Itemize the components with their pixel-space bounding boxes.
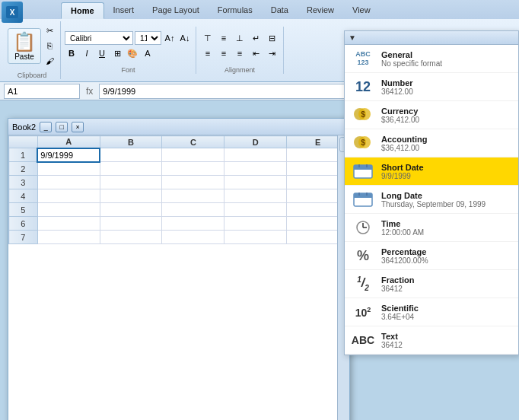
cell-A4[interactable]: [37, 189, 100, 203]
format-sample-currency: $36,412.00: [381, 116, 512, 124]
border-button[interactable]: ⊞: [110, 46, 124, 60]
format-item-time[interactable]: Time 12:00:00 AM: [345, 214, 518, 242]
wrap-text-button[interactable]: ↵: [248, 31, 263, 45]
align-top-button[interactable]: ⊤: [200, 31, 215, 45]
format-name-percentage: Percentage: [381, 247, 512, 256]
cell-B7[interactable]: [100, 231, 162, 244]
underline-button[interactable]: U: [95, 46, 109, 60]
format-item-text[interactable]: ABC Text 36412: [345, 326, 518, 355]
italic-button[interactable]: I: [80, 46, 94, 60]
cell-C5[interactable]: [162, 203, 224, 217]
row-number-5: 5: [9, 203, 38, 217]
name-box[interactable]: A1: [4, 84, 80, 99]
font-color-button[interactable]: A: [141, 46, 154, 60]
restore-button[interactable]: □: [56, 122, 68, 132]
increase-font-button[interactable]: A↑: [163, 31, 177, 45]
cell-D1[interactable]: [224, 148, 287, 162]
tab-data[interactable]: Data: [262, 2, 298, 19]
format-item-accounting[interactable]: $ Accounting $36,412.00: [345, 129, 518, 158]
cell-D2[interactable]: [224, 162, 287, 176]
align-bottom-button[interactable]: ⊥: [232, 31, 247, 45]
format-painter-button[interactable]: 🖌: [43, 54, 56, 68]
window-titlebar: Book2 _ □ ×: [8, 119, 349, 135]
format-item-short_date[interactable]: Short Date 9/9/1999: [345, 158, 518, 186]
cell-D3[interactable]: [224, 176, 287, 189]
format-item-percentage[interactable]: % Percentage 3641200.00%: [345, 242, 518, 270]
col-header-d[interactable]: D: [224, 136, 287, 148]
tab-home[interactable]: Home: [61, 2, 104, 19]
tab-page-layout[interactable]: Page Layout: [143, 2, 209, 19]
font-name-select[interactable]: Calibri: [65, 31, 133, 45]
format-name-accounting: Accounting: [381, 135, 512, 144]
cell-C7[interactable]: [162, 231, 224, 244]
cell-B3[interactable]: [100, 176, 162, 189]
font-size-select[interactable]: 11: [135, 31, 161, 45]
cell-B4[interactable]: [100, 189, 162, 203]
cell-C1[interactable]: [162, 148, 224, 162]
alignment-group: ⊤ ≡ ⊥ ↵ ⊟ ≡ ≡ ≡ ⇤ ⇥ Alignment: [196, 27, 284, 74]
align-left-button[interactable]: ≡: [200, 46, 215, 60]
cell-C3[interactable]: [162, 176, 224, 189]
cell-C2[interactable]: [162, 162, 224, 176]
increase-indent-button[interactable]: ⇥: [264, 46, 279, 60]
minimize-button[interactable]: _: [40, 122, 52, 132]
close-button[interactable]: ×: [72, 122, 84, 132]
grid-container: A B C D E 19/9/1999234567: [8, 135, 349, 420]
format-item-scientific[interactable]: 102 Scientific 3.64E+04: [345, 298, 518, 326]
cell-A7[interactable]: [37, 231, 100, 244]
col-header-c[interactable]: C: [162, 136, 224, 148]
format-sample-short_date: 9/9/1999: [381, 172, 512, 180]
format-sample-time: 12:00:00 AM: [381, 228, 512, 237]
merge-center-button[interactable]: ⊟: [264, 31, 279, 45]
bold-button[interactable]: B: [65, 46, 78, 60]
format-item-general[interactable]: ABC123 General No specific format: [345, 45, 518, 73]
tab-insert[interactable]: Insert: [104, 2, 144, 19]
format-name-currency: Currency: [381, 107, 512, 116]
copy-button[interactable]: ⎘: [43, 39, 56, 52]
fill-color-button[interactable]: 🎨: [126, 46, 139, 60]
tab-formulas[interactable]: Formulas: [209, 2, 262, 19]
paste-icon: 📋: [13, 31, 36, 52]
cell-A2[interactable]: [37, 162, 100, 176]
svg-text:$: $: [361, 110, 365, 119]
svg-text:X: X: [10, 8, 15, 17]
cell-A1[interactable]: 9/9/1999: [37, 148, 100, 162]
cell-B2[interactable]: [100, 162, 162, 176]
tab-review[interactable]: Review: [298, 2, 343, 19]
format-item-fraction[interactable]: 1/2 Fraction 36412: [345, 270, 518, 298]
row-number-1: 1: [9, 148, 38, 162]
align-center-button[interactable]: ≡: [216, 46, 231, 60]
tab-view[interactable]: View: [343, 2, 380, 19]
paste-button[interactable]: 📋 Paste: [8, 28, 41, 64]
format-item-currency[interactable]: $ Currency $36,412.00: [345, 101, 518, 129]
cut-button[interactable]: ✂: [43, 24, 56, 37]
col-header-b[interactable]: B: [100, 136, 162, 148]
decrease-indent-button[interactable]: ⇤: [248, 46, 263, 60]
format-sample-general: No specific format: [381, 59, 512, 68]
cell-D6[interactable]: [224, 217, 287, 231]
cell-B6[interactable]: [100, 217, 162, 231]
cell-C6[interactable]: [162, 217, 224, 231]
cell-B5[interactable]: [100, 203, 162, 217]
format-panel: ▼ ABC123 General No specific format 12 N…: [344, 30, 519, 355]
cell-A6[interactable]: [37, 217, 100, 231]
format-icon-long_date: [351, 189, 375, 209]
cell-C4[interactable]: [162, 189, 224, 203]
align-right-button[interactable]: ≡: [232, 46, 247, 60]
col-header-a[interactable]: A: [37, 136, 100, 148]
align-middle-button[interactable]: ≡: [216, 31, 231, 45]
format-icon-general: ABC123: [351, 49, 375, 68]
cell-D4[interactable]: [224, 189, 287, 203]
format-icon-currency: $: [351, 105, 375, 125]
decrease-font-button[interactable]: A↓: [178, 31, 192, 45]
format-sample-scientific: 3.64E+04: [381, 313, 512, 321]
cell-B1[interactable]: [100, 148, 162, 162]
cell-A3[interactable]: [37, 176, 100, 189]
cell-A5[interactable]: [37, 203, 100, 217]
format-item-long_date[interactable]: Long Date Thursday, September 09, 1999: [345, 186, 518, 214]
format-item-number[interactable]: 12 Number 36412.00: [345, 73, 518, 101]
cell-D7[interactable]: [224, 231, 287, 244]
format-icon-number: 12: [351, 77, 375, 97]
format-icon-short_date: [351, 161, 375, 181]
cell-D5[interactable]: [224, 203, 287, 217]
